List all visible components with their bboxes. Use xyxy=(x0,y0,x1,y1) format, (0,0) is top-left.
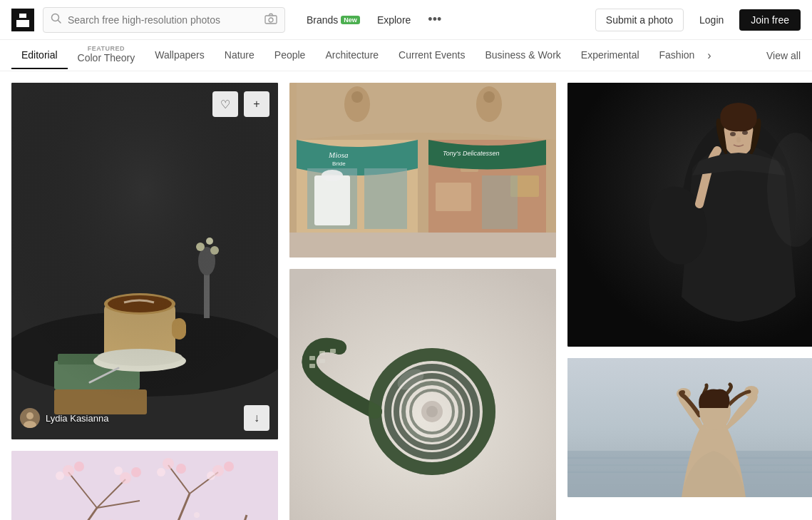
photo-col-2: Miosa Bride Tony's Del xyxy=(289,83,556,520)
svg-rect-1 xyxy=(19,14,26,18)
view-all-link[interactable]: View all xyxy=(756,43,801,68)
login-button[interactable]: Login xyxy=(689,9,734,31)
category-editorial[interactable]: Editorial xyxy=(11,42,68,69)
author-name-coffee: Lydia Kasianna xyxy=(46,413,108,424)
search-bar xyxy=(43,7,285,33)
author-avatar-coffee[interactable] xyxy=(20,408,40,428)
card-actions-coffee: ♡ + xyxy=(212,91,269,117)
category-fashion[interactable]: Fashion xyxy=(649,42,705,69)
photo-card-coffee[interactable]: ♡ + Lydia Kasianna ↓ xyxy=(11,83,278,439)
category-nature[interactable]: Nature xyxy=(215,42,264,69)
download-button-coffee[interactable]: ↓ xyxy=(244,405,269,431)
new-badge: New xyxy=(341,16,360,24)
photo-col-1: ♡ + Lydia Kasianna ↓ xyxy=(11,83,278,520)
category-current-events[interactable]: Current Events xyxy=(389,42,475,69)
explore-nav-link[interactable]: Explore xyxy=(370,10,418,30)
collect-button-coffee[interactable]: + xyxy=(244,91,269,117)
category-architecture[interactable]: Architecture xyxy=(315,42,389,69)
photo-card-woman[interactable] xyxy=(567,83,812,347)
svg-point-26 xyxy=(26,412,34,419)
header-actions: Submit a photo Login Join free xyxy=(595,9,801,31)
svg-line-4 xyxy=(58,20,61,23)
card-footer-coffee: Lydia Kasianna ↓ xyxy=(20,405,269,431)
photo-grid: ♡ + Lydia Kasianna ↓ xyxy=(0,71,812,520)
category-business-work[interactable]: Business & Work xyxy=(475,42,570,69)
category-nav: Editorial FEATURED Color Theory Wallpape… xyxy=(0,40,812,71)
category-people[interactable]: People xyxy=(264,42,316,69)
logo[interactable] xyxy=(11,9,34,31)
category-experimental[interactable]: Experimental xyxy=(571,42,649,69)
camera-icon[interactable] xyxy=(264,12,277,28)
svg-rect-2 xyxy=(16,20,29,27)
category-color-theory[interactable]: FEATURED Color Theory xyxy=(68,40,145,71)
category-wallpapers[interactable]: Wallpapers xyxy=(145,42,215,69)
more-options-button[interactable]: ••• xyxy=(421,8,448,31)
photo-card-back[interactable] xyxy=(567,358,812,497)
author-info-coffee: Lydia Kasianna xyxy=(20,408,108,428)
category-nav-next-button[interactable]: › xyxy=(704,49,714,62)
submit-photo-button[interactable]: Submit a photo xyxy=(595,9,684,31)
main-nav: Brands New Explore ••• xyxy=(299,8,448,31)
search-icon xyxy=(51,13,62,27)
photo-card-filmroll[interactable] xyxy=(289,269,556,520)
header: Brands New Explore ••• Submit a photo Lo… xyxy=(0,0,812,40)
photo-col-3 xyxy=(567,83,812,520)
brands-nav-link[interactable]: Brands New xyxy=(299,10,367,30)
photo-card-storefront[interactable]: Miosa Bride Tony's Del xyxy=(289,83,556,258)
photo-card-cherry[interactable] xyxy=(11,451,278,520)
join-button[interactable]: Join free xyxy=(739,9,801,31)
search-input[interactable] xyxy=(68,14,259,26)
like-button-coffee[interactable]: ♡ xyxy=(212,91,238,117)
svg-point-6 xyxy=(269,18,273,22)
